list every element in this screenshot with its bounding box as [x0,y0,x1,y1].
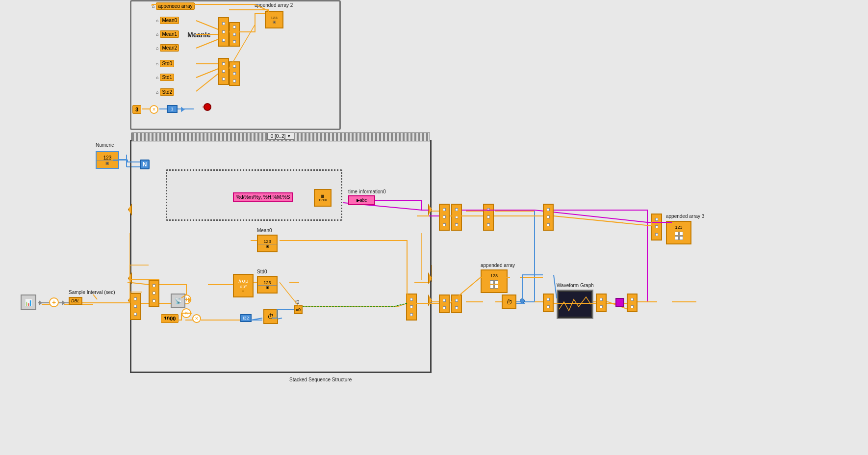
mean0-upper: ⌂ Mean0 [156,17,179,24]
time-info-block[interactable]: ▶abc [348,195,375,205]
std1-upper: ⌂ Std1 [156,74,174,81]
arrow-left-2 [61,299,66,306]
connector-far-right-top[interactable] [543,204,554,231]
appended-array-middle-block[interactable]: 123 [481,269,508,293]
io-block-left[interactable]: 📊 [21,294,36,310]
counter-dropdown[interactable]: ▼ [287,134,291,138]
connector-right-top-2[interactable] [451,204,462,231]
connector-before-array3[interactable] [651,214,662,241]
time-info-label: time information0 [348,189,386,194]
appended-array-3-block[interactable]: 123 [666,221,691,244]
f0-label: f0 [295,299,299,305]
connector-after-stat[interactable] [406,294,417,321]
mean0-display[interactable]: 123 ▣ [257,235,278,252]
waveform-graph-label: Waveform Graph [557,283,594,288]
meanie-label: MeanIe [187,31,210,39]
connector-right-bot-1[interactable] [439,294,450,313]
connector-wfm-right[interactable] [596,294,607,312]
magenta-toggle[interactable] [615,298,624,307]
waveform-graph-block[interactable] [557,290,593,319]
const-1000[interactable]: 1000 [161,314,179,323]
statistics-block[interactable]: ∧σμ σσ² ≡ [233,274,254,297]
numeric-label: Numeric [96,142,114,148]
svg-line-22 [93,294,97,299]
stacked-sequence-label: Stacked Sequence Structure [289,377,352,382]
multiply-1000-node[interactable]: × [192,314,201,323]
counter-display[interactable]: 0 [0..2] ▼ [267,133,295,140]
timing-icon-inner[interactable]: ⏱ [263,309,278,324]
build-array-inner-left[interactable] [149,280,159,307]
n-terminal[interactable]: N [140,160,150,169]
connector-final-right[interactable] [627,294,638,312]
plus-left[interactable]: + [49,297,59,307]
build-array-upper-1[interactable] [218,17,229,47]
mean0-inner-label: Mean0 [257,228,272,233]
appended-array-2-block: 123 ▣ [265,11,283,28]
stop-button-upper[interactable] [204,103,211,111]
i32-box[interactable]: I32 [240,314,252,322]
std0-upper: ⌂ Std0 [156,60,174,67]
std0-display[interactable]: 123 ▣ [257,276,278,294]
sample-interval-label: Sample Interval (sec) [69,290,115,295]
std0-inner-label: Std0 [257,269,267,274]
connector-right-top-3[interactable] [483,204,494,231]
multiply-node-upper[interactable]: × [150,105,158,114]
std2-upper: ⌂ Std2 [156,88,174,96]
dbl-box[interactable]: DBL [69,297,82,305]
svg-rect-70 [559,292,591,317]
const-3[interactable]: 3 [132,105,141,114]
connector-right-bot-2[interactable] [451,294,462,313]
time-format-icon[interactable]: ▦ 12:00 [314,189,332,207]
appended-array-3-label: appended array 3 [666,214,704,219]
appended-array-top-node: ⌂ appended array [152,2,195,10]
numeric-input-block[interactable]: 123 ▣ [96,151,119,169]
index-box-upper[interactable]: 1 [167,105,178,113]
arrow-left-1 [38,299,43,306]
connector-large-left[interactable] [130,293,141,320]
connector-far-right-bot[interactable] [543,294,554,312]
appended-array-2-label: appended array 2 [255,2,293,8]
connector-upper-1 [229,22,240,47]
multiply-node-inner[interactable]: × [181,308,191,318]
counter-value: 0 [0..2] [271,134,286,139]
arrow-upper [180,106,185,113]
arrow-after-daq [187,296,192,303]
blue-dot-conn [520,298,525,303]
canvas: appended array 2 123 ▣ ⌂ appended array … [0,0,868,455]
format-string-block[interactable]: %d/%m/%y, %H:%M:%S [233,192,293,202]
connector-right-top[interactable] [439,204,450,231]
appended-array-middle-label: appended array [481,263,515,268]
daq-block-inner[interactable]: 📡 [171,294,185,308]
connector-upper-2 [229,61,240,86]
mean2-upper: ⌂ Mean2 [156,44,179,52]
f0-node[interactable]: =0 [294,305,303,314]
mean1-upper: ⌂ Mean1 [156,30,179,38]
timing-wait-icon[interactable]: ⏱ [502,294,516,309]
build-array-upper-2[interactable] [218,58,229,85]
